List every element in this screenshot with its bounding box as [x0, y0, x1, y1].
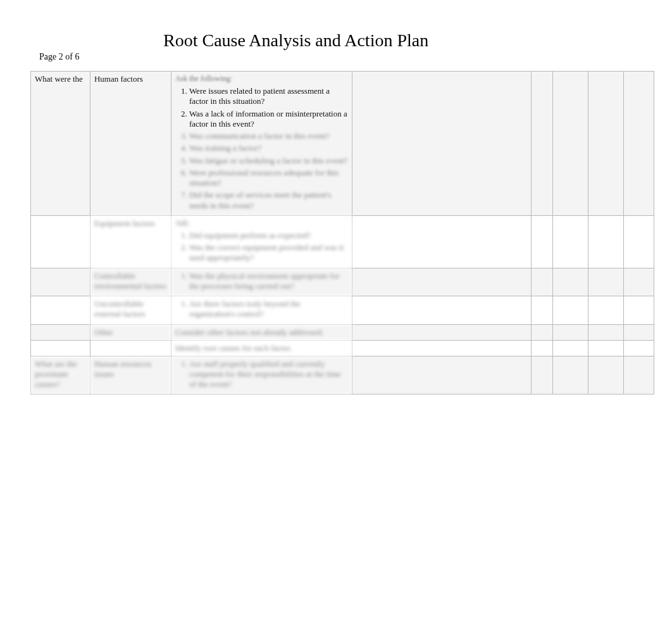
cell-blank	[532, 296, 553, 325]
table-row: Other Consider other factors not already…	[31, 324, 654, 340]
question-heading: Ask the following:	[175, 74, 348, 84]
cell-blank	[553, 72, 588, 216]
list-item: Are there factors truly beyond the organ…	[189, 299, 348, 320]
cell-question	[31, 324, 90, 340]
cell-findings	[352, 215, 532, 268]
list-item: Was the physical environment appropriate…	[189, 271, 348, 292]
cell-blank	[553, 268, 588, 296]
cell-blank	[588, 296, 624, 325]
cell-blank	[623, 296, 654, 325]
cell-blank	[532, 268, 553, 296]
cell-prompts: Ask: Did equipment perform as expected? …	[171, 215, 352, 268]
list-item: Did the scope of services meet the patie…	[189, 190, 348, 211]
cell-category: Other	[90, 324, 171, 340]
cell-question: What are the proximate causes?	[31, 356, 90, 394]
cell-prompts: Was the physical environment appropriate…	[171, 268, 352, 296]
cell-findings	[352, 324, 532, 340]
list-item: Were issues related to patient assessmen…	[189, 86, 348, 107]
cell-blank	[588, 215, 624, 268]
question-list: Was the physical environment appropriate…	[175, 271, 348, 292]
cell-blank	[532, 324, 553, 340]
list-item: Did equipment perform as expected?	[189, 230, 348, 241]
cell-blank	[623, 72, 654, 216]
cell-blank	[623, 324, 654, 340]
cell-blank	[553, 356, 588, 394]
cell-blank	[532, 356, 553, 394]
page-number: Page 2 of 6	[39, 52, 79, 62]
cell-question	[31, 296, 90, 325]
cell-category: Equipment factors	[90, 215, 171, 268]
cell-category: Uncontrollable external factors	[90, 296, 171, 325]
cell-blank	[553, 324, 588, 340]
list-item: Was a lack of information or misinterpre…	[189, 109, 348, 130]
list-item: Are staff properly qualified and current…	[189, 359, 348, 390]
table-row: Identify root causes for each factor.	[31, 340, 654, 356]
page-bottom-fade	[0, 472, 672, 637]
table-row: What are the proximate causes? Human res…	[31, 356, 654, 394]
list-item: Was the correct equipment provided and w…	[189, 243, 348, 263]
cell-question	[31, 340, 90, 356]
analysis-table: What were the Human factors Ask the foll…	[30, 71, 654, 394]
list-item: Identify root causes for each factor.	[175, 343, 292, 353]
cell-prompts: Consider other factors not already addre…	[171, 324, 352, 340]
cell-blank	[588, 324, 624, 340]
cell-question: What were the	[31, 72, 90, 216]
cell-blank	[553, 296, 588, 325]
cell-findings	[352, 340, 532, 356]
cell-blank	[532, 340, 553, 356]
table-row: What were the Human factors Ask the foll…	[31, 72, 654, 216]
cell-blank	[623, 215, 654, 268]
cell-category: Human resources issues	[90, 356, 171, 394]
cell-category: Controllable environmental factors	[90, 268, 171, 296]
cell-prompts: Identify root causes for each factor.	[171, 340, 352, 356]
table-row: Controllable environmental factors Was t…	[31, 268, 654, 296]
table-row: Uncontrollable external factors Are ther…	[31, 296, 654, 325]
cell-blank	[553, 340, 588, 356]
cell-blank	[623, 356, 654, 394]
cell-prompts: Are staff properly qualified and current…	[171, 356, 352, 394]
cell-blank	[588, 268, 624, 296]
cell-findings	[352, 268, 532, 296]
cell-findings	[352, 72, 532, 216]
cell-blank	[588, 72, 624, 216]
cell-blank	[532, 72, 553, 216]
cell-blank	[588, 340, 624, 356]
cell-category: Human factors	[90, 72, 171, 216]
page-title: Root Cause Analysis and Action Plan	[163, 30, 428, 51]
cell-category	[90, 340, 171, 356]
list-item: Was communication a factor in this event…	[189, 131, 348, 141]
cell-question	[31, 215, 90, 268]
list-item: Consider other factors not already addre…	[175, 327, 324, 337]
table-row: Equipment factors Ask: Did equipment per…	[31, 215, 654, 268]
question-list: Are staff properly qualified and current…	[175, 359, 348, 390]
question-list: Were issues related to patient assessmen…	[175, 86, 348, 211]
question-list: Are there factors truly beyond the organ…	[175, 299, 348, 320]
question-heading: Ask:	[175, 218, 348, 228]
list-item: Were professional resources adequate for…	[189, 168, 348, 189]
cell-prompts: Ask the following: Were issues related t…	[171, 72, 352, 216]
cell-blank	[588, 356, 624, 394]
cell-question	[31, 268, 90, 296]
cell-blank	[553, 215, 588, 268]
list-item: Was training a factor?	[189, 143, 348, 153]
cell-findings	[352, 296, 532, 325]
cell-blank	[623, 268, 654, 296]
list-item: Was fatigue or scheduling a factor in th…	[189, 156, 348, 166]
cell-blank	[532, 215, 553, 268]
cell-prompts: Are there factors truly beyond the organ…	[171, 296, 352, 325]
cell-findings	[352, 356, 532, 394]
question-list: Did equipment perform as expected? Was t…	[175, 230, 348, 263]
cell-blank	[623, 340, 654, 356]
